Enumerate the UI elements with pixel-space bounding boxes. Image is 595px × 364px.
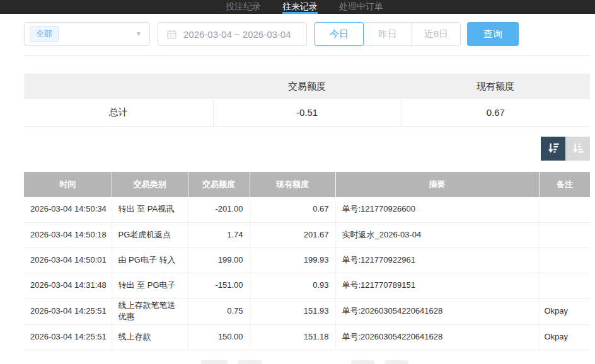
summary-header-empty xyxy=(24,74,213,99)
pagination-button[interactable] xyxy=(384,360,408,364)
sort-descending-icon xyxy=(546,141,560,157)
cell-time: 2026-03-04 14:50:01 xyxy=(24,247,112,273)
cell-amount: 150.00 xyxy=(188,325,250,350)
calendar-icon xyxy=(166,29,177,40)
summary-total-label: 总计 xyxy=(24,99,213,126)
cell-type: 线上存款 xyxy=(112,325,188,350)
cell-balance: 151.18 xyxy=(250,325,335,350)
pagination-button[interactable] xyxy=(351,360,374,364)
cell-summary: 实时返水_2026-03-04 xyxy=(335,222,539,247)
cell-remark xyxy=(539,222,590,247)
col-transaction-amount: 交易额度 xyxy=(188,172,250,197)
summary-header-row: 交易额度 现有额度 xyxy=(24,74,590,99)
col-remark: 备注 xyxy=(539,172,590,197)
tab-betting-records[interactable]: 投注纪录 xyxy=(226,0,261,14)
table-row: 2026-03-04 14:31:48 转出 至 PG电子 -151.00 0.… xyxy=(24,273,590,298)
cell-summary: 单号:121770922961 xyxy=(335,247,539,273)
transactions-table: 时间 交易类别 交易额度 现有额度 摘要 备注 2026-03-04 14:50… xyxy=(24,172,590,350)
section-divider xyxy=(24,55,590,56)
sort-ascending-button[interactable] xyxy=(565,137,590,161)
cell-remark xyxy=(539,197,590,222)
cell-time: 2026-03-04 14:25:51 xyxy=(24,298,112,325)
cell-remark xyxy=(539,247,590,273)
summary-header-transaction-amount: 交易额度 xyxy=(213,74,401,99)
col-summary: 摘要 xyxy=(335,172,539,197)
cell-type: 转出 至 PG电子 xyxy=(112,273,188,298)
cell-type: 由 PG电子 转入 xyxy=(112,247,188,273)
col-transaction-type: 交易类别 xyxy=(112,172,188,197)
cell-time: 2026-03-04 14:50:34 xyxy=(24,197,112,222)
cell-time: 2026-03-04 14:31:48 xyxy=(24,273,112,298)
today-button[interactable]: 今日 xyxy=(315,22,364,46)
sort-ascending-icon xyxy=(571,141,585,157)
cell-summary: 单号:202603054220641628 xyxy=(335,298,539,325)
cell-balance: 0.67 xyxy=(250,197,335,222)
col-current-balance: 现有额度 xyxy=(250,172,335,197)
cell-balance: 151.93 xyxy=(250,298,335,325)
transaction-records-page: 投注纪录 往来记录 处理中订单 全部 ▼ 2026-03-04 ~ 2026-0… xyxy=(0,0,595,364)
cell-remark: Okpay xyxy=(539,298,590,325)
summary-total-transaction-amount: -0.51 xyxy=(213,99,401,126)
sort-descending-button[interactable] xyxy=(541,137,565,161)
cell-type: 线上存款笔笔送优惠 xyxy=(112,298,188,325)
summary-table: 交易额度 现有额度 总计 -0.51 0.67 xyxy=(24,74,590,127)
cell-remark xyxy=(539,273,590,298)
summary-total-row: 总计 -0.51 0.67 xyxy=(24,99,590,126)
date-range-value: 2026-03-04 ~ 2026-03-04 xyxy=(183,29,291,40)
cell-type: 转出 至 PA视讯 xyxy=(112,197,188,222)
chevron-down-icon: ▼ xyxy=(136,30,142,37)
summary-header-current-balance: 现有额度 xyxy=(401,74,590,99)
cell-balance: 201.67 xyxy=(250,222,335,247)
cell-remark: Okpay xyxy=(539,325,590,350)
cell-summary: 单号:121770926600 xyxy=(335,197,539,222)
table-row: 2026-03-04 14:25:51 线上存款笔笔送优惠 0.75 151.9… xyxy=(24,298,590,325)
cell-amount: 199.00 xyxy=(188,247,250,273)
cell-amount: 0.75 xyxy=(188,298,250,325)
tab-transaction-records[interactable]: 往来记录 xyxy=(282,0,318,14)
top-navbar: 投注纪录 往来记录 处理中订单 xyxy=(0,0,595,14)
table-header-row: 时间 交易类别 交易额度 现有额度 摘要 备注 xyxy=(24,172,590,197)
cell-amount: -151.00 xyxy=(188,273,250,298)
date-range-picker[interactable]: 2026-03-04 ~ 2026-03-04 xyxy=(158,22,307,46)
cell-summary: 单号:121770789151 xyxy=(335,273,539,298)
cell-amount: -201.00 xyxy=(188,197,250,222)
filter-bar: 全部 ▼ 2026-03-04 ~ 2026-03-04 今日 昨日 近8日 查… xyxy=(24,22,519,46)
selected-category-tag[interactable]: 全部 xyxy=(30,26,59,42)
cell-type: PG老虎机返点 xyxy=(112,222,188,247)
sort-controls xyxy=(541,137,590,161)
pagination-button[interactable] xyxy=(201,360,228,364)
cell-time: 2026-03-04 14:25:51 xyxy=(24,325,112,350)
cell-amount: 1.74 xyxy=(188,222,250,247)
col-time: 时间 xyxy=(24,172,112,197)
cell-balance: 199.93 xyxy=(250,247,335,273)
summary-total-current-balance: 0.67 xyxy=(401,99,590,126)
yesterday-button[interactable]: 昨日 xyxy=(363,22,412,46)
category-select[interactable]: 全部 ▼ xyxy=(24,22,150,46)
quick-date-button-group: 今日 昨日 近8日 xyxy=(315,22,461,46)
nav-tabs: 投注纪录 往来记录 处理中订单 xyxy=(226,0,595,14)
last-8-days-button[interactable]: 近8日 xyxy=(412,22,461,46)
table-row: 2026-03-04 14:50:18 PG老虎机返点 1.74 201.67 … xyxy=(24,222,590,247)
table-row: 2026-03-04 14:50:34 转出 至 PA视讯 -201.00 0.… xyxy=(24,197,590,222)
cell-summary: 单号:202603054220641628 xyxy=(335,325,539,350)
table-row: 2026-03-04 14:25:51 线上存款 150.00 151.18 单… xyxy=(24,325,590,350)
cell-time: 2026-03-04 14:50:18 xyxy=(24,222,112,247)
query-button[interactable]: 查询 xyxy=(467,22,519,46)
tab-processing-orders[interactable]: 处理中订单 xyxy=(339,0,383,14)
pagination-button[interactable] xyxy=(238,360,262,364)
table-row: 2026-03-04 14:50:01 由 PG电子 转入 199.00 199… xyxy=(24,247,590,273)
cell-balance: 0.93 xyxy=(250,273,335,298)
